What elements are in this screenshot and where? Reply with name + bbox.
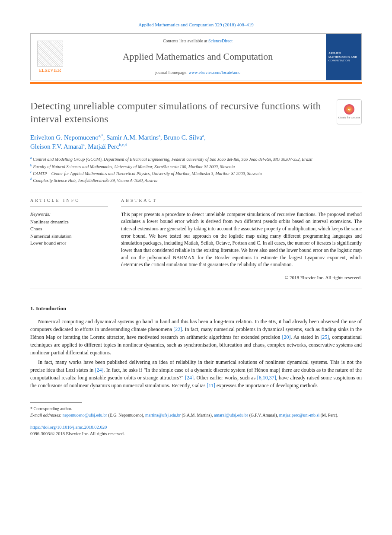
keyword: Lower bound error bbox=[30, 239, 108, 247]
author-3[interactable]: Bruno C. Silva bbox=[163, 134, 202, 141]
ref-6-10-37[interactable]: [6,10,37] bbox=[257, 375, 276, 381]
journal-name: Applied Mathematics and Computation bbox=[73, 50, 322, 64]
author-2[interactable]: Samir A.M. Martins bbox=[106, 134, 159, 141]
keyword: Nonlinear dynamics bbox=[30, 218, 108, 226]
article-info-head: ARTICLE INFO bbox=[30, 197, 108, 207]
contents-prefix: Contents lists available at bbox=[163, 38, 208, 43]
text: . Other earlier works, such as bbox=[194, 375, 257, 381]
authors-block: Erivelton G. Nepomucenoa,*, Samir A.M. M… bbox=[30, 133, 362, 151]
abstract-text: This paper presents a procedure to detec… bbox=[121, 211, 362, 268]
affiliation-d: Complexity Science Hub, Josefstädterstra… bbox=[33, 178, 158, 183]
author-5-aff: b,c,d bbox=[119, 143, 127, 147]
publisher-label: ELSEVIER bbox=[39, 67, 61, 73]
article-title: Detecting unreliable computer simulation… bbox=[30, 99, 328, 125]
journal-cover-thumb: APPLIED MATHEMATICS AND COMPUTATION bbox=[326, 34, 361, 80]
email-3-name: (G.F.V. Amaral), bbox=[248, 413, 279, 417]
footnotes-block: * Corresponding author. E-mail addresses… bbox=[30, 405, 362, 418]
doi-link[interactable]: https://doi.org/10.1016/j.amc.2018.02.02… bbox=[30, 425, 107, 430]
abstract-head: ABSTRACT bbox=[121, 197, 362, 207]
affiliation-b: Faculty of Natural Sciences and Mathemat… bbox=[33, 164, 235, 169]
text: expresses the importance of developing m… bbox=[215, 382, 318, 389]
keywords-list: Nonlinear dynamics Chaos Numerical simul… bbox=[30, 218, 108, 247]
homepage-prefix: journal homepage: bbox=[155, 70, 188, 75]
keyword: Numerical simulation bbox=[30, 232, 108, 240]
affiliation-a: Control and Modelling Group (GCOM), Depa… bbox=[33, 157, 312, 162]
ref-11[interactable]: [11] bbox=[207, 382, 215, 389]
author-1[interactable]: Erivelton G. Nepomuceno bbox=[30, 134, 99, 141]
email-3[interactable]: amaral@ufsj.edu.br bbox=[214, 413, 248, 417]
email-2[interactable]: martins@ufsj.edu.br bbox=[145, 413, 181, 417]
crossmark-icon bbox=[344, 104, 354, 115]
author-4[interactable]: Gleison F.V. Amaral bbox=[30, 143, 83, 150]
contents-available: Contents lists available at ScienceDirec… bbox=[73, 38, 322, 44]
email-1-name: (E.G. Nepomuceno), bbox=[107, 413, 145, 417]
publisher-logo-block: ELSEVIER bbox=[31, 34, 70, 80]
author-1-aff: a,* bbox=[99, 134, 103, 138]
ref-20[interactable]: [20] bbox=[282, 334, 290, 340]
sep: , bbox=[103, 134, 107, 141]
intro-para-2: In fact, many works have been published … bbox=[30, 358, 362, 389]
doi-block: https://doi.org/10.1016/j.amc.2018.02.02… bbox=[30, 424, 362, 437]
ref-24[interactable]: [24] bbox=[95, 367, 104, 373]
sciencedirect-link[interactable]: ScienceDirect bbox=[208, 38, 233, 43]
abstract-column: ABSTRACT This paper presents a procedure… bbox=[121, 197, 362, 281]
footnote-rule bbox=[30, 402, 82, 403]
journal-header: ELSEVIER Contents lists available at Sci… bbox=[30, 33, 362, 80]
article-info-column: ARTICLE INFO Keywords: Nonlinear dynamic… bbox=[30, 197, 108, 281]
email-2-name: (S.A.M. Martins), bbox=[181, 413, 214, 417]
elsevier-tree-icon bbox=[37, 41, 63, 67]
keywords-label: Keywords: bbox=[30, 211, 108, 217]
abstract-copyright: © 2018 Elsevier Inc. All rights reserved… bbox=[121, 274, 362, 281]
ref-24b[interactable]: [24] bbox=[185, 375, 194, 381]
corresponding-author: * Corresponding author. bbox=[30, 405, 362, 412]
email-4-name: (M. Perc). bbox=[319, 413, 338, 417]
section-1-head: 1. Introduction bbox=[30, 305, 362, 312]
divider-bar bbox=[30, 82, 362, 84]
email-4[interactable]: matjaz.perc@uni-mb.si bbox=[279, 413, 320, 417]
email-1[interactable]: nepomuceno@ufsj.edu.br bbox=[63, 413, 107, 417]
divider bbox=[30, 192, 362, 192]
email-label: E-mail addresses: bbox=[30, 413, 61, 417]
text: . As stated in bbox=[290, 334, 320, 340]
divider bbox=[30, 289, 362, 289]
check-updates-badge[interactable]: Check for updates bbox=[337, 99, 362, 124]
affiliation-c: CAMTP – Center for Applied Mathematics a… bbox=[33, 171, 262, 176]
homepage-link[interactable]: www.elsevier.com/locate/amc bbox=[188, 70, 240, 75]
intro-para-1: Numerical computing and dynamical system… bbox=[30, 318, 362, 357]
ref-22[interactable]: [22] bbox=[173, 326, 182, 332]
author-5[interactable]: Matjaž Perc bbox=[88, 143, 119, 150]
sep: , bbox=[204, 134, 206, 141]
affiliations-block: a Control and Modelling Group (GCOM), De… bbox=[30, 156, 362, 184]
keyword: Chaos bbox=[30, 225, 108, 232]
journal-homepage: journal homepage: www.elsevier.com/locat… bbox=[73, 70, 322, 76]
check-updates-label: Check for updates bbox=[338, 116, 360, 120]
ref-25[interactable]: [25] bbox=[320, 334, 329, 340]
issn-copyright: 0096-3003/© 2018 Elsevier Inc. All right… bbox=[30, 431, 125, 436]
citation-header: Applied Mathematics and Computation 329 … bbox=[30, 22, 362, 28]
